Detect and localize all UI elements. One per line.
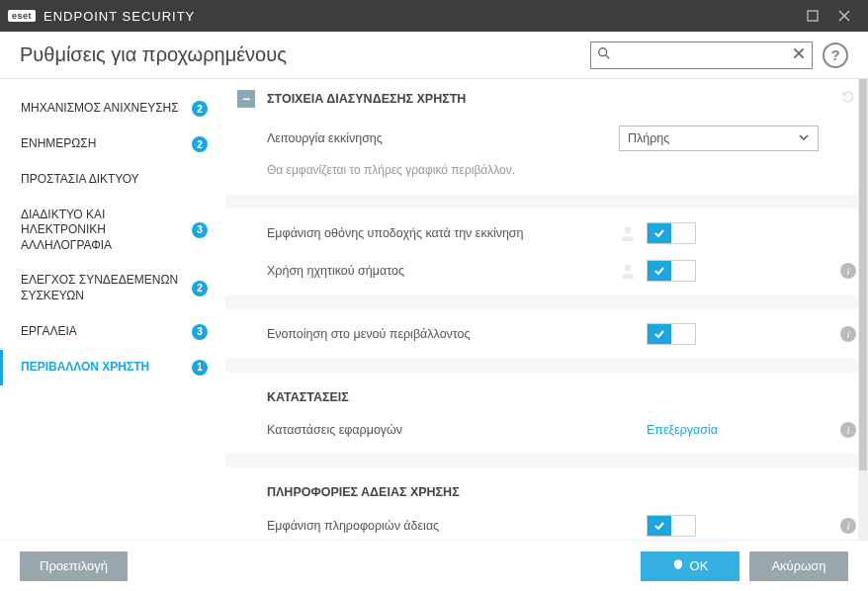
nav-network-protection[interactable]: ΠΡΟΣΤΑΣΙΑ ΔΙΚΤΥΟΥ	[0, 162, 225, 198]
default-button[interactable]: Προεπιλογή	[20, 551, 128, 581]
svg-point-3	[599, 47, 607, 55]
ok-button[interactable]: OK	[641, 551, 739, 581]
scrollbar[interactable]	[858, 79, 868, 540]
svg-rect-0	[808, 11, 818, 21]
search-icon	[597, 46, 611, 64]
badge: 3	[192, 222, 208, 238]
svg-line-4	[606, 54, 610, 58]
splash-screen-toggle[interactable]	[647, 222, 696, 244]
divider	[225, 195, 868, 209]
product-name: ENDPOINT SECURITY	[43, 9, 797, 24]
search-box[interactable]	[590, 42, 813, 69]
undo-icon[interactable]	[840, 89, 856, 108]
scrollbar-thumb[interactable]	[859, 79, 867, 470]
sound-signal-toggle[interactable]	[647, 260, 696, 282]
divider	[225, 296, 868, 309]
nav-tools[interactable]: ΕΡΓΑΛΕΙΑ3	[0, 314, 225, 350]
search-input[interactable]	[617, 47, 786, 62]
row-show-license-info: Εμφάνιση πληροφοριών άδειας i	[225, 507, 868, 540]
subsection-statuses: ΚΑΤΑΣΤΑΣΕΙΣ	[225, 379, 868, 412]
startup-mode-select[interactable]: Πλήρης	[619, 126, 819, 151]
nav-detection-engine[interactable]: ΜΗΧΑΝΙΣΜΟΣ ΑΝΙΧΝΕΥΣΗΣ2	[0, 91, 225, 127]
nav-device-control[interactable]: ΕΛΕΓΧΟΣ ΣΥΝΔΕΔΕΜΕΝΩΝ ΣΥΣΚΕΥΩΝ2	[0, 263, 225, 313]
badge: 2	[192, 101, 208, 117]
edit-statuses-link[interactable]: Επεξεργασία	[647, 423, 696, 437]
badge: 1	[192, 360, 208, 376]
content-panel: − ΣΤΟΙΧΕΙΑ ΔΙΑΣΥΝΔΕΣΗΣ ΧΡΗΣΤΗ Λειτουργία…	[225, 79, 868, 540]
user-icon	[619, 262, 637, 280]
svg-point-7	[625, 227, 631, 233]
subsection-license: ΠΛΗΡΟΦΟΡΙΕΣ ΑΔΕΙΑΣ ΧΡΗΣΗΣ	[225, 473, 868, 507]
user-icon	[619, 224, 637, 242]
info-icon[interactable]: i	[840, 263, 856, 279]
titlebar: eset ENDPOINT SECURITY	[0, 0, 868, 32]
show-license-info-toggle[interactable]	[647, 515, 696, 537]
window-close-button[interactable]	[828, 0, 860, 32]
section-header-ui-elements[interactable]: − ΣΤΟΙΧΕΙΑ ΔΙΑΣΥΝΔΕΣΗΣ ΧΡΗΣΤΗ	[225, 79, 868, 118]
row-context-menu: Ενοποίηση στο μενού περιβάλλοντος i	[225, 315, 868, 353]
chevron-down-icon	[798, 131, 810, 146]
row-splash-screen: Εμφάνιση οθόνης υποδοχής κατά την εκκίνη…	[225, 214, 868, 252]
nav-web-email[interactable]: ΔΙΑΔΙΚΤΥΟ ΚΑΙ ΗΛΕΚΤΡΟΝΙΚΗ ΑΛΛΗΛΟΓΡΑΦΙΑ3	[0, 198, 225, 264]
context-menu-toggle[interactable]	[647, 323, 696, 345]
info-icon[interactable]: i	[840, 518, 856, 534]
badge: 2	[192, 136, 208, 152]
startup-mode-description: Θα εμφανίζεται το πλήρες γραφικό περιβάλ…	[225, 159, 868, 189]
info-icon[interactable]: i	[840, 422, 856, 438]
nav-update[interactable]: ΕΝΗΜΕΡΩΣΗ2	[0, 127, 225, 162]
sidebar: ΜΗΧΑΝΙΣΜΟΣ ΑΝΙΧΝΕΥΣΗΣ2 ΕΝΗΜΕΡΩΣΗ2 ΠΡΟΣΤΑ…	[0, 79, 225, 540]
page-title: Ρυθμίσεις για προχωρημένους	[20, 43, 590, 66]
clear-search-icon[interactable]	[792, 46, 806, 64]
header: Ρυθμίσεις για προχωρημένους ?	[0, 32, 868, 79]
brand-logo: eset	[8, 10, 36, 22]
badge: 2	[192, 281, 208, 296]
nav-user-interface[interactable]: ΠΕΡΙΒΑΛΛΟΝ ΧΡΗΣΤΗ1	[0, 350, 225, 385]
row-startup-mode: Λειτουργία εκκίνησης Πλήρης	[225, 118, 868, 159]
collapse-icon[interactable]: −	[237, 90, 255, 108]
window-maximize-button[interactable]	[797, 0, 828, 32]
shield-icon	[672, 558, 684, 573]
divider	[225, 359, 868, 373]
svg-point-8	[625, 265, 631, 271]
badge: 3	[192, 324, 208, 340]
help-button[interactable]: ?	[823, 42, 848, 68]
cancel-button[interactable]: Ακύρωση	[749, 551, 848, 581]
info-icon[interactable]: i	[840, 326, 856, 342]
footer: Προεπιλογή OK Ακύρωση	[0, 540, 868, 591]
row-sound-signal: Χρήση ηχητικού σήματος i	[225, 252, 868, 290]
row-app-statuses: Καταστάσεις εφαρμογών Επεξεργασία i	[225, 412, 868, 448]
divider	[225, 454, 868, 467]
